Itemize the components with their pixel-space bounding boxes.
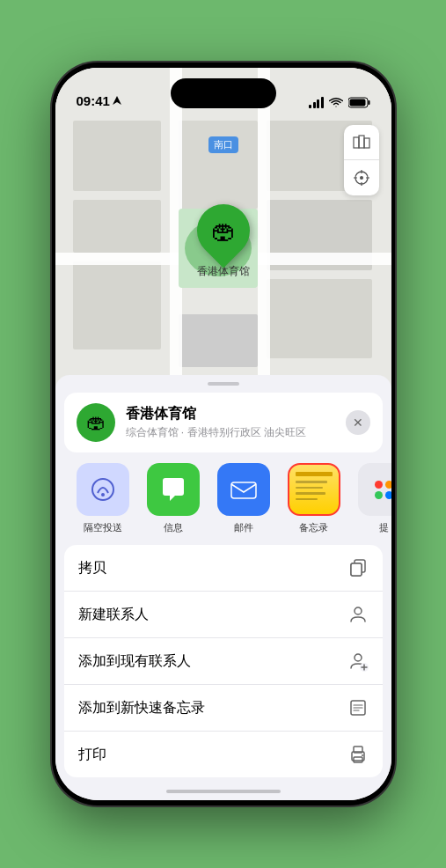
home-indicator <box>166 790 281 793</box>
time-display: 09:41 <box>77 93 110 108</box>
svg-rect-18 <box>359 136 364 148</box>
action-new-contact[interactable]: 新建联系人 <box>64 592 383 638</box>
more-label: 提 <box>379 521 389 534</box>
status-time: 09:41 <box>77 93 121 108</box>
svg-point-26 <box>92 479 113 500</box>
svg-point-33 <box>355 607 362 614</box>
status-icons <box>309 96 370 108</box>
close-icon: ✕ <box>353 416 363 430</box>
svg-rect-11 <box>179 314 258 367</box>
pin-stadium-icon: 🏟 <box>211 217 236 246</box>
signal-bar-2 <box>313 102 316 108</box>
venue-info: 香港体育馆 综合体育馆 · 香港特别行政区 油尖旺区 <box>126 405 335 440</box>
new-contact-label: 新建联系人 <box>78 606 149 624</box>
action-print[interactable]: 打印 <box>64 732 383 777</box>
location-button[interactable] <box>344 160 379 195</box>
signal-bar-3 <box>317 99 319 108</box>
location-icon <box>354 170 369 186</box>
add-existing-label: 添加到现有联系人 <box>78 652 191 671</box>
svg-rect-7 <box>179 121 258 209</box>
share-row: 隔空投送 信息 <box>55 452 391 545</box>
copy-label: 拷贝 <box>78 559 106 577</box>
venue-header: 🏟 香港体育馆 综合体育馆 · 香港特别行政区 油尖旺区 ✕ <box>64 393 383 452</box>
map-pin: 🏟 香港体育馆 <box>197 204 250 279</box>
map-controls <box>344 125 379 195</box>
add-existing-icon <box>347 651 369 672</box>
signal-bar-4 <box>321 97 324 108</box>
print-label: 打印 <box>78 746 106 764</box>
share-item-messages[interactable]: 信息 <box>138 463 208 534</box>
signal-bars <box>309 97 324 108</box>
map-type-button[interactable] <box>344 125 379 160</box>
airdrop-icon <box>77 463 129 516</box>
pin-circle: 🏟 <box>186 194 260 268</box>
svg-rect-19 <box>364 138 369 148</box>
close-button[interactable]: ✕ <box>346 410 370 435</box>
phone-screen: 09:41 <box>55 68 391 800</box>
venue-subtitle: 综合体育馆 · 香港特别行政区 油尖旺区 <box>126 425 335 440</box>
action-copy[interactable]: 拷贝 <box>64 545 383 592</box>
svg-point-27 <box>101 493 105 497</box>
svg-point-34 <box>355 654 362 661</box>
map-label-text: 南口 <box>214 139 233 150</box>
action-add-existing[interactable]: 添加到现有联系人 <box>64 638 383 685</box>
map-south-entrance-label: 南口 <box>208 136 238 153</box>
venue-name: 香港体育馆 <box>126 405 335 423</box>
share-item-notes[interactable]: 备忘录 <box>279 463 349 534</box>
airdrop-label: 隔空投送 <box>84 521 122 534</box>
share-item-more[interactable]: 提 <box>349 463 391 534</box>
action-add-note[interactable]: 添加到新快速备忘录 <box>64 685 383 732</box>
copy-icon <box>347 557 369 578</box>
location-arrow-icon <box>113 96 121 107</box>
notes-icon <box>288 463 340 516</box>
more-icon <box>358 463 391 516</box>
svg-rect-44 <box>354 757 362 762</box>
add-note-label: 添加到新快速备忘录 <box>78 699 205 717</box>
svg-rect-31 <box>351 563 362 576</box>
print-icon <box>347 744 369 765</box>
sheet-handle <box>208 382 239 386</box>
share-item-airdrop[interactable]: 隔空投送 <box>68 463 138 534</box>
svg-rect-2 <box>349 99 365 106</box>
svg-rect-10 <box>267 279 372 358</box>
mail-icon <box>217 463 270 516</box>
bottom-sheet: 🏟 香港体育馆 综合体育馆 · 香港特别行政区 油尖旺区 ✕ <box>55 375 391 800</box>
notes-label: 备忘录 <box>299 521 328 534</box>
svg-rect-17 <box>354 137 359 148</box>
wifi-icon <box>329 96 343 108</box>
action-list: 拷贝 新建联系人 <box>64 545 383 777</box>
quick-note-icon <box>347 697 369 718</box>
new-contact-icon <box>347 604 369 625</box>
airdrop-svg <box>89 475 117 504</box>
svg-rect-4 <box>73 121 161 191</box>
messages-svg <box>157 474 189 505</box>
mail-label: 邮件 <box>234 521 253 534</box>
messages-icon <box>147 463 200 516</box>
svg-point-45 <box>362 754 363 756</box>
map-type-icon <box>353 134 370 151</box>
svg-rect-5 <box>73 200 161 253</box>
share-item-mail[interactable]: 邮件 <box>208 463 279 534</box>
battery-icon <box>348 97 370 108</box>
mail-svg <box>228 474 260 505</box>
svg-point-21 <box>360 176 363 180</box>
messages-label: 信息 <box>164 521 183 534</box>
dynamic-island <box>171 78 276 108</box>
signal-bar-1 <box>309 105 311 108</box>
svg-rect-1 <box>368 100 369 105</box>
svg-rect-6 <box>73 261 161 349</box>
venue-icon: 🏟 <box>77 403 115 442</box>
phone-frame: 09:41 <box>52 63 395 805</box>
svg-rect-28 <box>231 482 256 498</box>
